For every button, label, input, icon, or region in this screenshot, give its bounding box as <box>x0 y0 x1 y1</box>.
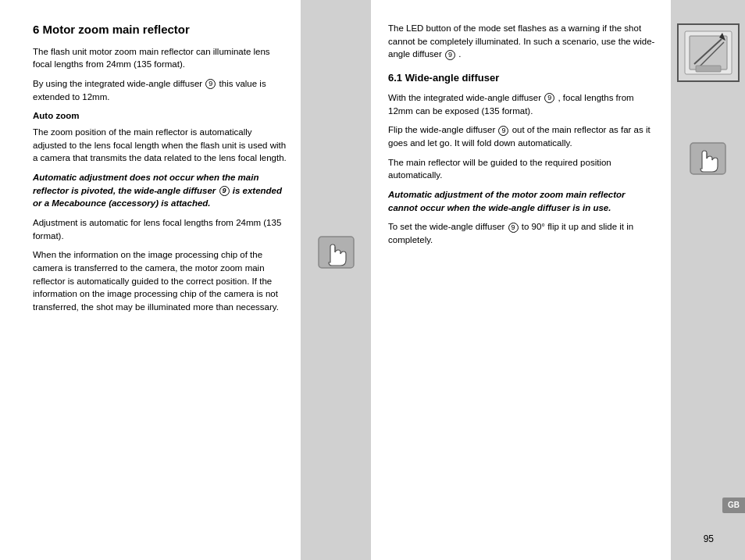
right-para5: To set the wide-angle diffuser 9 to 90° … <box>388 220 657 246</box>
left-para4: Adjustment is automatic for lens focal l… <box>33 216 287 242</box>
reflector-diagram <box>677 23 740 82</box>
hand-note-icon-left <box>312 230 359 273</box>
circle-ref-9f: 9 <box>508 223 519 233</box>
right-sidebar: GB <box>671 0 745 560</box>
left-para5: When the information on the image proces… <box>33 248 287 313</box>
circle-ref-9e: 9 <box>498 126 508 136</box>
left-column: 6 Motor zoom main reflector The flash un… <box>0 0 301 560</box>
section-title: 6 Motor zoom main reflector <box>33 22 287 37</box>
hand-note-icon-right <box>685 137 732 180</box>
left-para2: By using the integrated wide-angle diffu… <box>33 77 287 103</box>
circle-ref-9a: 9 <box>205 79 216 89</box>
right-column: The LED button of the mode set flashes a… <box>371 0 671 560</box>
circle-ref-9b: 9 <box>219 186 230 196</box>
svg-rect-5 <box>690 36 727 70</box>
left-para1: The flash unit motor zoom main reflector… <box>33 45 287 71</box>
right-para1: The LED button of the mode set flashes a… <box>388 22 657 61</box>
right-para3: Flip the wide-angle diffuser 9 out of th… <box>388 123 657 149</box>
right-para4: The main reflector will be guided to the… <box>388 156 657 182</box>
right-italic-bold: Automatic adjustment of the motor zoom m… <box>388 188 657 214</box>
page-number: 95 <box>704 533 714 546</box>
auto-zoom-label: Auto zoom <box>33 109 287 123</box>
svg-rect-9 <box>696 66 721 72</box>
circle-ref-9d: 9 <box>544 93 554 103</box>
gb-badge: GB <box>722 498 745 514</box>
right-para2: With the integrated wide-angle diffuser … <box>388 91 657 117</box>
center-divider <box>301 0 371 560</box>
subsection-title: 6.1 Wide-angle diffuser <box>388 72 657 85</box>
left-italic-bold: Automatic adjustment does not occur when… <box>33 171 287 210</box>
circle-ref-9c: 9 <box>445 50 455 60</box>
left-para3: The zoom position of the main reflector … <box>33 126 287 165</box>
